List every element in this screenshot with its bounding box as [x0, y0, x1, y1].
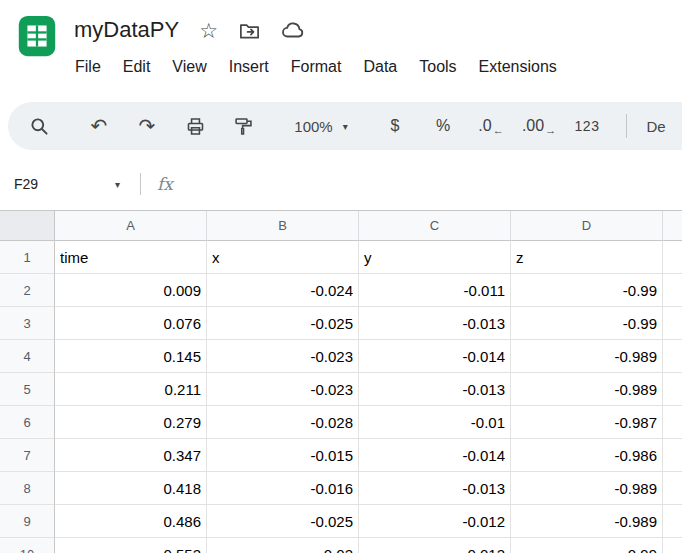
menu-tools[interactable]: Tools — [408, 54, 467, 80]
cell-a7[interactable]: 0.347 — [55, 439, 207, 472]
menu-insert[interactable]: Insert — [218, 54, 280, 80]
menu-bar: File Edit View Insert Format Data Tools … — [64, 54, 682, 80]
cell-b4[interactable]: -0.023 — [207, 340, 359, 373]
cell-e9[interactable] — [663, 505, 682, 538]
cell-e3[interactable] — [663, 307, 682, 340]
menu-format[interactable]: Format — [280, 54, 353, 80]
cell-c8[interactable]: -0.013 — [359, 472, 511, 505]
cell-a6[interactable]: 0.279 — [55, 406, 207, 439]
cell-c3[interactable]: -0.013 — [359, 307, 511, 340]
row-header[interactable]: 7 — [0, 439, 55, 472]
cell-b1[interactable]: x — [207, 241, 359, 274]
cell-b6[interactable]: -0.028 — [207, 406, 359, 439]
cell-a5[interactable]: 0.211 — [55, 373, 207, 406]
cell-a9[interactable]: 0.486 — [55, 505, 207, 538]
cell-a3[interactable]: 0.076 — [55, 307, 207, 340]
format-percent-button[interactable]: % — [424, 108, 462, 144]
row-header[interactable]: 10 — [0, 538, 55, 553]
cell-c9[interactable]: -0.012 — [359, 505, 511, 538]
cell-e2[interactable] — [663, 274, 682, 307]
paint-format-icon[interactable] — [224, 108, 262, 144]
cell-e6[interactable] — [663, 406, 682, 439]
cell-c10[interactable]: -0.012 — [359, 538, 511, 553]
menu-file[interactable]: File — [64, 54, 112, 80]
chevron-down-icon: ▾ — [115, 179, 120, 190]
cell-c5[interactable]: -0.013 — [359, 373, 511, 406]
cell-e4[interactable] — [663, 340, 682, 373]
row-header[interactable]: 5 — [0, 373, 55, 406]
cell-d3[interactable]: -0.99 — [511, 307, 663, 340]
cell-b5[interactable]: -0.023 — [207, 373, 359, 406]
cell-b3[interactable]: -0.025 — [207, 307, 359, 340]
row-header[interactable]: 2 — [0, 274, 55, 307]
column-header-b[interactable]: B — [207, 211, 359, 241]
cell-d9[interactable]: -0.989 — [511, 505, 663, 538]
row-header[interactable]: 8 — [0, 472, 55, 505]
menu-edit[interactable]: Edit — [112, 54, 162, 80]
redo-icon[interactable]: ↷ — [128, 108, 166, 144]
cell-a4[interactable]: 0.145 — [55, 340, 207, 373]
cell-e1[interactable] — [663, 241, 682, 274]
select-all-corner[interactable] — [0, 211, 55, 241]
cell-e10[interactable] — [663, 538, 682, 553]
cell-c6[interactable]: -0.01 — [359, 406, 511, 439]
cell-e5[interactable] — [663, 373, 682, 406]
row-header[interactable]: 3 — [0, 307, 55, 340]
column-header-c[interactable]: C — [359, 211, 511, 241]
menu-data[interactable]: Data — [352, 54, 408, 80]
cell-e7[interactable] — [663, 439, 682, 472]
cell-a8[interactable]: 0.418 — [55, 472, 207, 505]
cell-c7[interactable]: -0.014 — [359, 439, 511, 472]
cell-d5[interactable]: -0.989 — [511, 373, 663, 406]
cell-c2[interactable]: -0.011 — [359, 274, 511, 307]
row-header[interactable]: 4 — [0, 340, 55, 373]
menu-extensions[interactable]: Extensions — [468, 54, 568, 80]
zoom-value: 100% — [294, 118, 332, 135]
cell-b9[interactable]: -0.025 — [207, 505, 359, 538]
cell-b8[interactable]: -0.016 — [207, 472, 359, 505]
column-header-e[interactable] — [663, 211, 682, 241]
move-to-folder-icon[interactable] — [238, 19, 261, 42]
cell-d8[interactable]: -0.989 — [511, 472, 663, 505]
font-select[interactable]: De — [637, 108, 675, 144]
table-row: 9 0.486 -0.025 -0.012 -0.989 — [0, 505, 682, 538]
cell-c1[interactable]: y — [359, 241, 511, 274]
cloud-saved-icon[interactable] — [281, 18, 305, 42]
name-box[interactable]: F29 ▾ — [0, 169, 132, 199]
cell-a1[interactable]: time — [55, 241, 207, 274]
cell-c4[interactable]: -0.014 — [359, 340, 511, 373]
print-icon[interactable] — [176, 108, 214, 144]
cell-b10[interactable]: -0.02 — [207, 538, 359, 553]
star-icon[interactable]: ☆ — [199, 20, 218, 41]
cell-a2[interactable]: 0.009 — [55, 274, 207, 307]
google-sheets-logo-icon[interactable] — [14, 13, 60, 59]
cell-d10[interactable]: -0.99 — [511, 538, 663, 553]
format-currency-button[interactable]: $ — [376, 108, 414, 144]
cell-d4[interactable]: -0.989 — [511, 340, 663, 373]
decrease-decimal-button[interactable]: .0 ← — [472, 108, 510, 144]
cell-a10[interactable]: 0.552 — [55, 538, 207, 553]
search-icon[interactable] — [20, 108, 58, 144]
row-header[interactable]: 9 — [0, 505, 55, 538]
undo-icon[interactable]: ↶ — [80, 108, 118, 144]
cell-d6[interactable]: -0.987 — [511, 406, 663, 439]
table-row: 6 0.279 -0.028 -0.01 -0.987 — [0, 406, 682, 439]
zoom-select[interactable]: 100% ▾ — [282, 108, 360, 144]
formula-bar-divider — [140, 173, 141, 195]
document-title[interactable]: myDataPY — [74, 17, 179, 43]
increase-decimal-button[interactable]: .00 → — [520, 108, 558, 144]
cell-b2[interactable]: -0.024 — [207, 274, 359, 307]
cell-e8[interactable] — [663, 472, 682, 505]
cell-d2[interactable]: -0.99 — [511, 274, 663, 307]
menu-view[interactable]: View — [161, 54, 217, 80]
column-header-a[interactable]: A — [55, 211, 207, 241]
column-header-d[interactable]: D — [511, 211, 663, 241]
more-formats-button[interactable]: 123 — [568, 108, 606, 144]
spreadsheet-grid: A B C D 1 time x y z 2 0.009 -0.024 -0.0… — [0, 210, 682, 553]
cell-d1[interactable]: z — [511, 241, 663, 274]
table-row: 1 time x y z — [0, 241, 682, 274]
row-header[interactable]: 6 — [0, 406, 55, 439]
cell-b7[interactable]: -0.015 — [207, 439, 359, 472]
row-header[interactable]: 1 — [0, 241, 55, 274]
cell-d7[interactable]: -0.986 — [511, 439, 663, 472]
